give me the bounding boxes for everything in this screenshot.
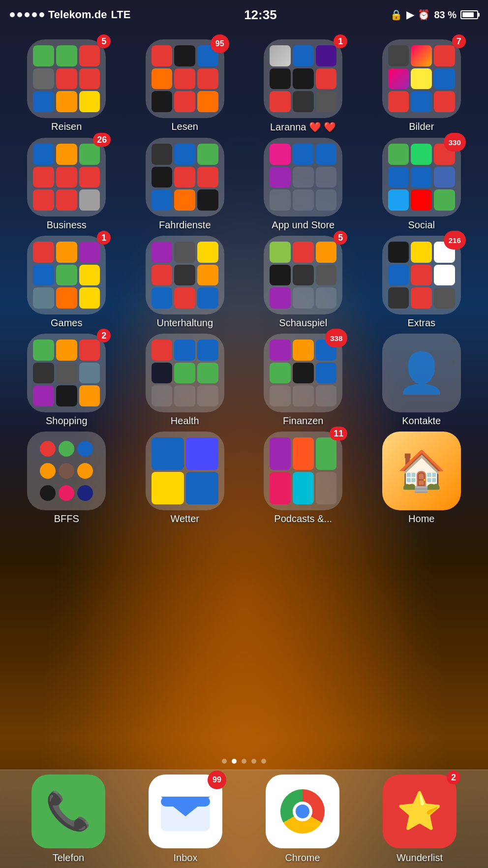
folder-icon-appstore (264, 138, 342, 217)
folder-business[interactable]: 26 Business (10, 138, 123, 231)
folder-lesen[interactable]: 95 Lesen (128, 39, 242, 133)
folder-icon-laranna (264, 39, 342, 118)
label-shopping: Shopping (46, 415, 88, 427)
chrome-inner (293, 802, 312, 821)
label-bffs: BFFS (54, 513, 79, 525)
folder-social[interactable]: 330 Social (365, 138, 479, 231)
label-kontakte: Kontakte (402, 415, 441, 427)
folder-wetter[interactable]: Wetter (128, 432, 242, 525)
folder-icon-health (146, 334, 224, 412)
folder-icon-bilder (382, 39, 461, 118)
folder-appstore[interactable]: App und Store (246, 138, 360, 231)
folder-shopping[interactable]: 2 Shopping (10, 334, 123, 427)
folder-laranna[interactable]: 1 Laranna ❤️ ❤️ (246, 39, 360, 133)
folder-icon-fahrdienste (146, 138, 224, 217)
home-icon: 🏠 (382, 432, 461, 510)
svg-rect-2 (161, 797, 210, 806)
folder-fahrdienste[interactable]: Fahrdienste (128, 138, 242, 231)
badge-bilder: 7 (452, 34, 466, 48)
badge-schauspiel: 5 (334, 231, 347, 245)
badge-lesen: 95 (211, 34, 229, 53)
folder-finanzen[interactable]: 338 Finanzen (246, 334, 360, 427)
badge-extras: 216 (444, 231, 466, 249)
wunderlist-star: ⭐ (396, 790, 443, 833)
badge-laranna: 1 (334, 34, 347, 48)
label-appstore: App und Store (272, 219, 335, 231)
label-schauspiel: Schauspiel (279, 317, 327, 329)
lock-icon: 🔒 (390, 9, 402, 21)
battery-icon (460, 10, 478, 19)
app-kontakte[interactable]: 👤 A B C D Kontakte (365, 334, 479, 427)
folder-unterhaltung[interactable]: Unterhaltung (128, 236, 242, 329)
folder-schauspiel[interactable]: 5 Schauspiel (246, 236, 360, 329)
apps-area: 5 Reisen 95 Lesen (0, 30, 488, 753)
folder-icon-business (27, 138, 106, 217)
folder-icon-wetter (146, 432, 224, 510)
inbox-label: Inbox (174, 852, 198, 864)
folder-health[interactable]: Health (128, 334, 242, 427)
label-reisen: Reisen (51, 121, 82, 132)
page-dot-3[interactable] (242, 759, 246, 764)
label-business: Business (47, 219, 87, 231)
chrome-label: Chrome (285, 852, 320, 864)
carrier-label: Telekom.de (48, 8, 107, 21)
page-dot-2[interactable] (232, 759, 237, 764)
folder-bilder[interactable]: 7 Bilder (365, 39, 479, 133)
dock: 📞 Telefon 99 Inbox (0, 770, 488, 868)
label-fahrdienste: Fahrdienste (159, 219, 211, 231)
status-left: Telekom.de LTE (10, 8, 130, 21)
folder-bffs[interactable]: BFFS (10, 432, 123, 525)
folder-icon-podcasts (264, 432, 342, 510)
folder-icon-reisen (27, 39, 106, 118)
label-games: Games (51, 317, 82, 329)
badge-social: 330 (444, 133, 466, 152)
label-health: Health (171, 415, 199, 427)
dock-wunderlist[interactable]: ⭐ 2 Wunderlist (383, 775, 457, 864)
status-bar: Telekom.de LTE 12:35 🔒 ▶ ⏰ 83 % (0, 0, 488, 30)
inbox-svg (158, 784, 213, 838)
folder-extras[interactable]: 216 Extras (365, 236, 479, 329)
badge-business: 26 (93, 133, 111, 147)
label-extras: Extras (407, 317, 435, 329)
network-label: LTE (111, 8, 130, 21)
folder-podcasts[interactable]: 11 Podcasts &... (246, 432, 360, 525)
battery-label: 83 % (434, 9, 457, 21)
clock: 12:35 (244, 7, 277, 23)
alarm-icon: ⏰ (418, 9, 430, 21)
label-bilder: Bilder (409, 121, 434, 132)
telefon-label: Telefon (53, 852, 85, 864)
dock-chrome[interactable]: Chrome (266, 775, 339, 864)
badge-shopping: 2 (97, 329, 111, 342)
folder-icon-schauspiel (264, 236, 342, 314)
badge-finanzen: 338 (325, 329, 347, 347)
chrome-circle (280, 789, 325, 834)
status-right: 🔒 ▶ ⏰ 83 % (390, 9, 478, 21)
apps-grid: 5 Reisen 95 Lesen (10, 34, 478, 529)
chrome-app-icon (266, 775, 339, 848)
label-home: Home (408, 513, 434, 525)
label-lesen: Lesen (172, 121, 199, 132)
page-dot-4[interactable] (251, 759, 256, 764)
page-dot-1[interactable] (222, 759, 227, 764)
dock-telefon[interactable]: 📞 Telefon (31, 775, 105, 864)
telefon-icon: 📞 (31, 775, 105, 848)
wunderlist-label: Wunderlist (396, 852, 443, 864)
folder-icon-games (27, 236, 106, 314)
label-unterhaltung: Unterhaltung (156, 317, 213, 329)
folder-icon-shopping (27, 334, 106, 412)
page-dot-5[interactable] (261, 759, 266, 764)
signal-dots (10, 12, 44, 17)
folder-reisen[interactable]: 5 Reisen (10, 39, 123, 133)
label-podcasts: Podcasts &... (274, 513, 332, 525)
phone-glyph: 📞 (45, 790, 92, 833)
app-home[interactable]: 🏠 Home (365, 432, 479, 525)
dock-inbox[interactable]: 99 Inbox (149, 775, 222, 864)
folder-games[interactable]: 1 Games (10, 236, 123, 329)
badge-inbox: 99 (208, 771, 226, 789)
label-wetter: Wetter (170, 513, 199, 525)
badge-reisen: 5 (97, 34, 111, 48)
folder-icon-unterhaltung (146, 236, 224, 314)
badge-wunderlist: 2 (447, 771, 460, 784)
badge-podcasts: 11 (330, 427, 347, 440)
badge-games: 1 (97, 231, 111, 245)
